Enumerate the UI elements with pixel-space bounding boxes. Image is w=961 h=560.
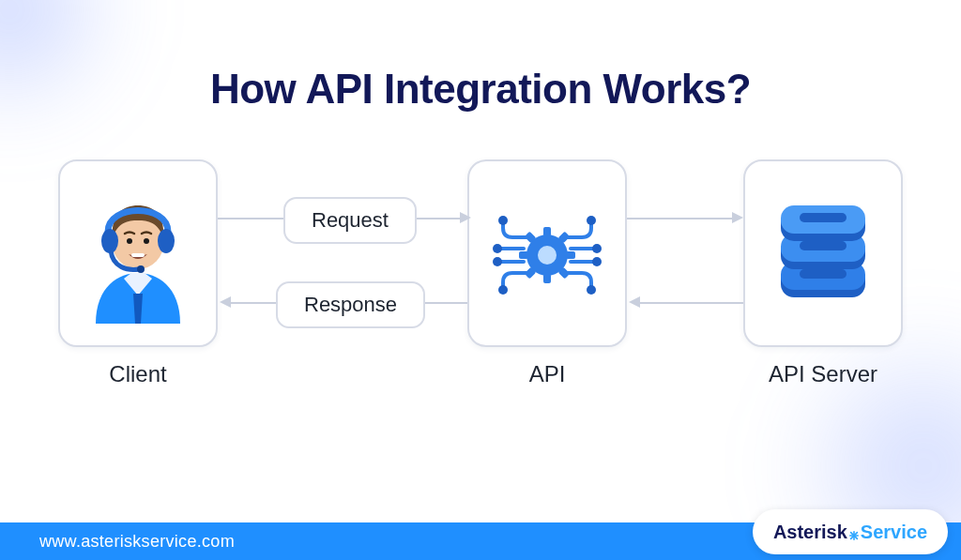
svg-point-2 bbox=[158, 229, 175, 253]
arrow-left-icon bbox=[629, 296, 640, 308]
svg-rect-9 bbox=[543, 227, 551, 236]
svg-point-21 bbox=[587, 216, 596, 225]
node-api bbox=[467, 159, 627, 347]
arrow-left-icon bbox=[220, 296, 231, 308]
footer-url: www.asteriskservice.com bbox=[39, 532, 235, 552]
svg-rect-30 bbox=[800, 241, 847, 250]
svg-point-3 bbox=[137, 265, 145, 273]
svg-rect-33 bbox=[800, 213, 847, 222]
svg-point-4 bbox=[127, 238, 132, 244]
svg-point-18 bbox=[493, 244, 502, 253]
connector-server-to-api bbox=[640, 302, 743, 304]
diagram-row: Client bbox=[58, 159, 903, 394]
flow-label-response: Response bbox=[276, 281, 425, 328]
svg-point-19 bbox=[493, 257, 502, 266]
asterisk-icon bbox=[849, 527, 859, 537]
node-api-server bbox=[743, 159, 903, 347]
svg-point-24 bbox=[587, 285, 596, 295]
connector-response-left bbox=[231, 302, 276, 304]
brand-text-part1: Asterisk bbox=[773, 522, 847, 543]
node-api-label: API bbox=[467, 361, 627, 387]
svg-point-8 bbox=[538, 246, 557, 265]
svg-point-5 bbox=[144, 238, 149, 244]
svg-rect-12 bbox=[566, 251, 575, 259]
flow-label-request: Request bbox=[283, 197, 417, 244]
connector-request-right bbox=[411, 218, 460, 219]
brand-text-part2: Service bbox=[861, 522, 927, 543]
diagram-canvas: How API Integration Works? bbox=[0, 0, 961, 560]
node-client bbox=[58, 159, 218, 347]
diagram-title: How API Integration Works? bbox=[0, 66, 961, 113]
arrow-right-icon bbox=[732, 212, 743, 223]
svg-point-22 bbox=[592, 244, 602, 253]
node-client-label: Client bbox=[58, 361, 218, 387]
svg-point-23 bbox=[592, 257, 602, 266]
svg-rect-6 bbox=[131, 253, 145, 257]
arrow-right-icon bbox=[460, 212, 471, 223]
connector-request-left bbox=[218, 218, 283, 219]
server-stack-icon bbox=[762, 183, 884, 324]
connector-response-right bbox=[419, 302, 467, 304]
svg-rect-27 bbox=[800, 269, 847, 279]
svg-rect-11 bbox=[519, 251, 528, 259]
brand-badge: Asterisk Service bbox=[753, 509, 948, 554]
connector-api-to-server bbox=[627, 218, 732, 219]
svg-point-17 bbox=[498, 216, 508, 225]
api-gear-network-icon bbox=[486, 183, 608, 324]
svg-point-20 bbox=[498, 285, 508, 295]
client-avatar-icon bbox=[77, 183, 199, 324]
svg-rect-10 bbox=[543, 274, 551, 283]
node-api-server-label: API Server bbox=[743, 361, 903, 387]
